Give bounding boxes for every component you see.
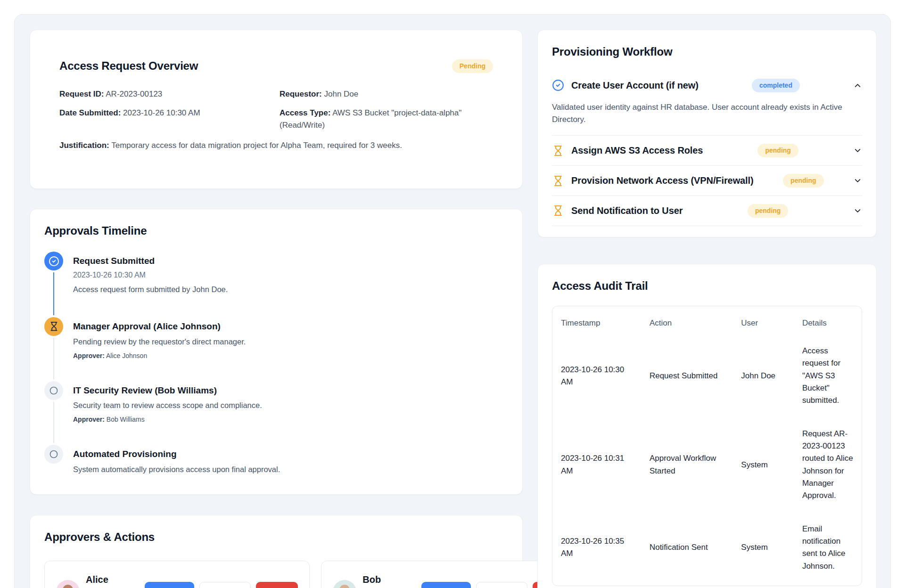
workflow-item-create-user-account: Create User Account (if new) completed V… bbox=[552, 71, 862, 136]
cell-timestamp: 2023-10-26 10:31 AM bbox=[554, 417, 643, 513]
field-value: John Doe bbox=[324, 90, 358, 98]
field-label: Justification: bbox=[59, 141, 109, 150]
column-header-action: Action bbox=[643, 309, 734, 335]
field-justification: Justification: Temporary access for data… bbox=[59, 139, 493, 152]
approver-name: Bob Williams bbox=[362, 572, 415, 588]
cell-timestamp: 2023-10-26 10:30 AM bbox=[554, 335, 643, 417]
cell-user: John Doe bbox=[734, 335, 796, 417]
approver-name: Alice Johnson bbox=[86, 572, 139, 588]
timeline-step-title: Request Submitted bbox=[73, 252, 228, 267]
table-row: 2023-10-26 10:35 AM Notification Sent Sy… bbox=[554, 513, 860, 583]
cell-action: Request Submitted bbox=[643, 335, 734, 417]
chevron-down-icon bbox=[853, 176, 862, 185]
workflow-item-label: Provision Network Access (VPN/Firewall) bbox=[571, 175, 754, 186]
workflow-item-description: Validated user identity against HR datab… bbox=[552, 100, 862, 136]
status-badge: pending bbox=[748, 204, 788, 218]
check-circle-icon bbox=[552, 79, 564, 91]
workflow-item-provision-network-access[interactable]: Provision Network Access (VPN/Firewall) … bbox=[552, 166, 862, 196]
cell-user: System bbox=[734, 417, 796, 513]
approve-button[interactable]: Approve bbox=[145, 582, 194, 588]
timeline-step-it-security-review: IT Security Review (Bob Williams) Securi… bbox=[44, 381, 508, 445]
hourglass-icon bbox=[552, 204, 564, 217]
workflow-item-label: Create User Account (if new) bbox=[571, 80, 699, 91]
cell-details: Access request for "AWS S3 Bucket" submi… bbox=[796, 335, 860, 417]
field-label: Request ID: bbox=[59, 90, 104, 98]
chevron-up-icon bbox=[853, 81, 862, 90]
column-header-user: User bbox=[734, 309, 796, 335]
field-label: Access Type: bbox=[280, 108, 330, 117]
workflow-title: Provisioning Workflow bbox=[552, 45, 862, 58]
approver-name: Bob Williams bbox=[107, 416, 145, 423]
timeline-step-title: Automated Provisioning bbox=[73, 445, 280, 460]
timeline-step-request-submitted: Request Submitted 2023-10-26 10:30 AM Ac… bbox=[44, 252, 508, 317]
status-badge: completed bbox=[752, 79, 800, 92]
timeline-step-automated-provisioning: Automated Provisioning System automatica… bbox=[44, 445, 508, 475]
timeline-connector bbox=[53, 272, 54, 315]
status-badge: pending bbox=[783, 174, 823, 188]
timeline-title: Approvals Timeline bbox=[44, 224, 508, 237]
reject-button[interactable]: Reject bbox=[256, 582, 298, 588]
timeline-connector bbox=[53, 338, 54, 379]
audit-table: Timestamp Action User Details 2023-10-26… bbox=[552, 306, 862, 586]
access-request-overview-card: Access Request Overview Pending Request … bbox=[30, 30, 523, 189]
field-value: AR-2023-00123 bbox=[106, 90, 162, 98]
page-container: Access Request Overview Pending Request … bbox=[14, 14, 891, 588]
circle-icon bbox=[44, 445, 63, 464]
timeline-step-approver: Approver: Alice Johnson bbox=[73, 352, 246, 359]
approver-label: Approver: bbox=[73, 352, 105, 359]
cell-action: Notification Sent bbox=[643, 513, 734, 583]
field-date-submitted: Date Submitted: 2023-10-26 10:30 AM bbox=[59, 107, 273, 131]
column-header-details: Details bbox=[796, 309, 860, 335]
workflow-item-label: Assign AWS S3 Access Roles bbox=[571, 145, 703, 156]
field-label: Date Submitted: bbox=[59, 108, 121, 117]
timeline-connector bbox=[53, 402, 54, 443]
audit-table-header-row: Timestamp Action User Details bbox=[554, 309, 860, 335]
check-circle-icon bbox=[44, 252, 63, 270]
approve-button[interactable]: Approve bbox=[421, 582, 471, 588]
timeline-step-approver: Approver: Bob Williams bbox=[73, 416, 262, 423]
status-badge: Pending bbox=[452, 59, 493, 73]
hourglass-icon bbox=[552, 175, 564, 187]
timeline-step-title: IT Security Review (Bob Williams) bbox=[73, 381, 262, 397]
table-row: 2023-10-26 10:31 AM Approval Workflow St… bbox=[554, 417, 860, 513]
overview-title: Access Request Overview bbox=[59, 59, 198, 73]
changes-button[interactable]: Changes bbox=[476, 582, 527, 588]
approvers-title: Approvers & Actions bbox=[44, 531, 508, 544]
approver-label: Approver: bbox=[73, 416, 105, 423]
workflow-item-toggle[interactable]: Create User Account (if new) completed bbox=[552, 71, 862, 100]
field-label: Requestor: bbox=[280, 90, 322, 98]
approver-card-alice: Alice Johnson Manager Approve Changes Re… bbox=[44, 561, 310, 588]
circle-icon bbox=[44, 381, 63, 400]
cell-timestamp: 2023-10-26 10:35 AM bbox=[554, 513, 643, 583]
audit-title: Access Audit Trail bbox=[552, 279, 862, 293]
field-access-type: Access Type: AWS S3 Bucket "project-data… bbox=[280, 107, 493, 131]
timeline-step-manager-approval: Manager Approval (Alice Johnson) Pending… bbox=[44, 317, 508, 381]
field-request-id: Request ID: AR-2023-00123 bbox=[59, 88, 273, 100]
workflow-item-label: Send Notification to User bbox=[571, 205, 683, 216]
hourglass-icon bbox=[44, 317, 63, 336]
cell-details: Request AR-2023-00123 routed to Alice Jo… bbox=[796, 417, 860, 513]
field-value: Temporary access for data migration proj… bbox=[111, 141, 402, 150]
changes-button[interactable]: Changes bbox=[199, 582, 251, 588]
timeline-step-description: Access request form submitted by John Do… bbox=[73, 284, 228, 295]
chevron-down-icon bbox=[853, 146, 862, 155]
provisioning-workflow-card: Provisioning Workflow Create User Accoun… bbox=[537, 30, 877, 237]
workflow-item-assign-s3-roles[interactable]: Assign AWS S3 Access Roles pending bbox=[552, 136, 862, 166]
avatar bbox=[333, 580, 356, 588]
table-row: 2023-10-26 10:30 AM Request Submitted Jo… bbox=[554, 335, 860, 417]
approvers-actions-card: Approvers & Actions Alice Johnson Manage… bbox=[30, 515, 523, 588]
timeline-step-timestamp: 2023-10-26 10:30 AM bbox=[73, 270, 228, 280]
timeline-step-title: Manager Approval (Alice Johnson) bbox=[73, 317, 246, 333]
cell-details: Email notification sent to Alice Johnson… bbox=[796, 513, 860, 583]
timeline-step-description: Pending review by the requestor's direct… bbox=[73, 336, 246, 348]
column-header-timestamp: Timestamp bbox=[554, 309, 643, 335]
status-badge: pending bbox=[757, 144, 798, 157]
hourglass-icon bbox=[552, 145, 564, 157]
chevron-down-icon bbox=[853, 206, 862, 215]
approvals-timeline-card: Approvals Timeline Request Submitted 202… bbox=[30, 209, 523, 495]
timeline-step-description: Security team to review access scope and… bbox=[73, 400, 262, 411]
cell-action: Approval Workflow Started bbox=[643, 417, 734, 513]
workflow-item-send-notification[interactable]: Send Notification to User pending bbox=[552, 196, 862, 226]
timeline-step-description: System automatically provisions access u… bbox=[73, 464, 280, 475]
field-requestor: Requestor: John Doe bbox=[280, 88, 493, 100]
